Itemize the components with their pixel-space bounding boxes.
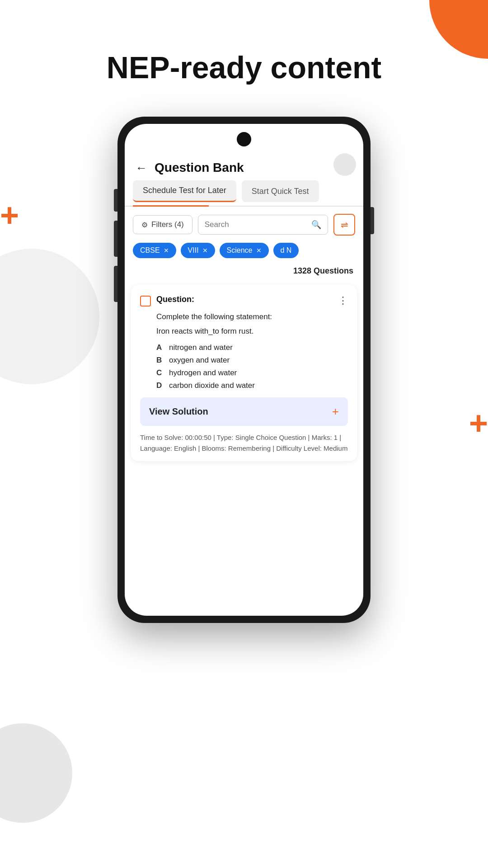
question-meta: Time to Solve: 00:00:50 | Type: Single C… [140,432,348,454]
tag-science: Science ✕ [220,243,269,258]
question-label: Question: [156,295,194,304]
tag-extra-label: d N [281,246,292,255]
option-a-text: nitrogen and water [169,343,233,352]
question-text-2: Iron reacts with_to form rust. [140,326,348,337]
screen-content: ← Question Bank Schedule Test for Later … [125,124,363,616]
shuffle-icon: ⇌ [341,219,348,230]
option-b-letter: B [156,356,164,365]
question-card: Question: ⋮ Complete the following state… [131,285,357,461]
tag-science-label: Science [227,246,253,255]
tag-extra: d N [273,243,299,258]
tag-cbse-remove[interactable]: ✕ [164,247,169,254]
phone-screen: ← Question Bank Schedule Test for Later … [125,124,363,616]
header-circle-decoration [333,153,356,176]
phone-side-button-left-top [114,189,117,212]
tags-row: CBSE ✕ VIII ✕ Science ✕ d N [125,243,363,264]
question-checkbox[interactable] [140,296,151,307]
tag-cbse-label: CBSE [140,246,160,255]
filter-label: Filters (4) [151,220,184,229]
view-solution-label: View Solution [149,406,208,417]
more-options-icon[interactable]: ⋮ [338,295,348,307]
screen-title: Question Bank [155,160,244,175]
question-header: Question: ⋮ [140,295,348,307]
filter-row: ⚙ Filters (4) 🔍 ⇌ [125,207,363,243]
option-d-text: carbon dioxide and water [169,381,255,390]
options-list: A nitrogen and water B oxygen and water … [140,343,348,390]
view-solution-button[interactable]: View Solution + [140,397,348,426]
tag-viii-label: VIII [188,246,199,255]
back-button[interactable]: ← [136,161,147,175]
option-b-text: oxygen and water [169,356,230,365]
questions-count: 1328 Questions [125,264,363,280]
phone-side-button-right [371,207,374,234]
filter-button[interactable]: ⚙ Filters (4) [133,215,192,234]
option-a: A nitrogen and water [156,343,348,352]
question-text-1: Complete the following statement: [140,311,348,323]
option-a-letter: A [156,343,164,352]
page-title: NEP-ready content [0,0,488,99]
phone-side-button-left-bot [114,266,117,302]
shuffle-button[interactable]: ⇌ [333,214,355,236]
option-c-text: hydrogen and water [169,368,237,377]
tag-science-remove[interactable]: ✕ [256,247,262,254]
tab-active-indicator [133,205,209,207]
tag-cbse: CBSE ✕ [133,243,176,258]
tabs-container: Schedule Test for Later Start Quick Test [125,180,363,202]
tab-divider [125,206,363,207]
tab-quick-test[interactable]: Start Quick Test [242,180,319,202]
option-b: B oxygen and water [156,356,348,365]
tag-viii-remove[interactable]: ✕ [202,247,208,254]
tab-schedule[interactable]: Schedule Test for Later [133,180,236,202]
search-icon: 🔍 [311,220,321,230]
camera-notch [237,132,251,146]
option-d: D carbon dioxide and water [156,381,348,390]
option-c: C hydrogen and water [156,368,348,377]
question-header-left: Question: [140,295,194,307]
bg-circle-bottom-left [0,723,72,823]
phone-side-button-left-mid [114,221,117,257]
view-solution-plus-icon: + [332,405,339,419]
screen-header: ← Question Bank [125,153,363,180]
search-box[interactable]: 🔍 [198,215,328,235]
option-d-letter: D [156,381,164,390]
phone-frame: ← Question Bank Schedule Test for Later … [117,117,371,623]
tag-viii: VIII ✕ [181,243,215,258]
search-input[interactable] [205,220,308,229]
phone-wrapper: ← Question Bank Schedule Test for Later … [0,117,488,623]
option-c-letter: C [156,368,164,377]
filter-icon: ⚙ [141,221,148,229]
